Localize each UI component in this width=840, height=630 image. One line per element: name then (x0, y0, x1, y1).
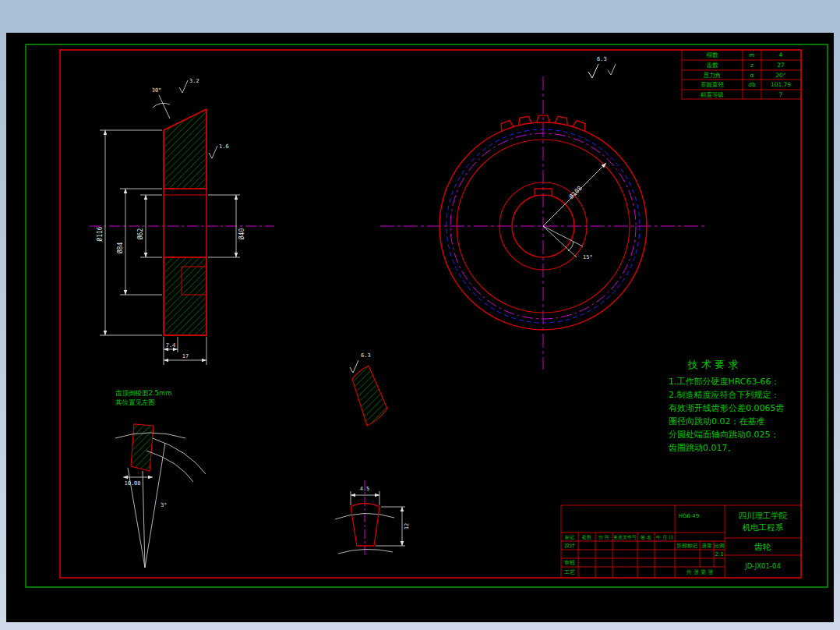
tech-req-line: 有效渐开线齿形公差0.0065齿 (669, 403, 785, 413)
param-symbol: m (749, 51, 754, 58)
mass-label: 质量 (702, 543, 713, 549)
dim-label: Ø62 (136, 228, 144, 240)
dim-label: 12 (404, 523, 410, 529)
department-name: 机电工程系 (743, 522, 784, 532)
param-value: 4 (779, 51, 783, 58)
dim-label: Ø40 (238, 228, 245, 240)
drawing-number: JD-JX01-04 (744, 562, 781, 570)
school-name: 四川理工学院 (739, 511, 789, 520)
dim-label: 4.5 (360, 486, 370, 492)
param-label: 压力角 (704, 72, 722, 79)
tech-req-title: 技 术 要 求 (687, 359, 738, 370)
param-value: 27 (777, 62, 785, 69)
roughness-label: 6.3 (361, 352, 371, 359)
drawing-canvas[interactable] (6, 33, 834, 622)
param-value: 20° (775, 72, 786, 79)
tech-req-line: 分圆处端面轴向跳动0.025； (669, 430, 779, 440)
roughness-label: 6.3 (597, 56, 607, 62)
dim-label: 30° (152, 87, 162, 94)
param-value: 101.79 (771, 81, 791, 88)
dim-label: 10.08 (124, 480, 140, 487)
dim-label: 3° (161, 502, 167, 508)
dim-label: Ø84 (116, 242, 124, 254)
dim-label: 17 (182, 353, 189, 359)
process-label: 工艺 (564, 569, 575, 575)
check-label: 审核 (564, 560, 575, 566)
dim-label: 7.4 (166, 342, 176, 349)
param-symbol: db (748, 81, 756, 88)
rev-header: 处数 (581, 534, 591, 540)
tech-req-line: 2.制造精度应符合下列规定： (669, 390, 780, 400)
rev-header: 签 名 (641, 534, 651, 540)
param-symbol: α (750, 72, 754, 79)
rev-header: 标记 (564, 534, 574, 540)
design-label: 设计 (564, 543, 575, 549)
cad-drawing: Ø116 Ø84 Ø62 Ø40 7.4 17 30° 3.2 1.6 Ø108 (0, 0, 840, 630)
rev-header: 年 月 日 (656, 534, 673, 540)
param-label: 模数 (707, 51, 719, 58)
dim-label: 15° (583, 254, 593, 260)
dim-label: Ø116 (96, 226, 104, 241)
param-value: 7 (779, 91, 783, 98)
param-label: 精度等级 (700, 91, 725, 98)
roughness-label: 3.2 (189, 78, 199, 84)
scale-label: 比例 (715, 543, 725, 549)
note: 其位置见左图 (115, 398, 155, 406)
param-symbol: z (750, 62, 754, 69)
rev-header: 分 区 (598, 534, 609, 540)
title-block-code: HG6-49 (679, 513, 700, 519)
tech-req-line: 1.工作部分硬度HRC63-66； (669, 377, 780, 387)
sheets-label: 共 张 第 张 (686, 569, 714, 575)
tech-req-line: 齿圈跳动0.017。 (668, 443, 736, 453)
param-label: 齿数 (707, 62, 719, 69)
part-name: 齿轮 (754, 542, 771, 552)
param-label: 基圆直径 (701, 81, 725, 88)
rev-header: 更改文件号 (613, 534, 637, 540)
scale-value: 2:1 (715, 551, 723, 557)
note: 齿顶倒棱面2.5mm (115, 389, 172, 397)
roughness-label: 1.6 (219, 143, 229, 150)
stage-mark-label: 阶段标记 (677, 543, 698, 549)
tech-req-line: 圈径向跳动0.02；在基准 (669, 416, 765, 426)
